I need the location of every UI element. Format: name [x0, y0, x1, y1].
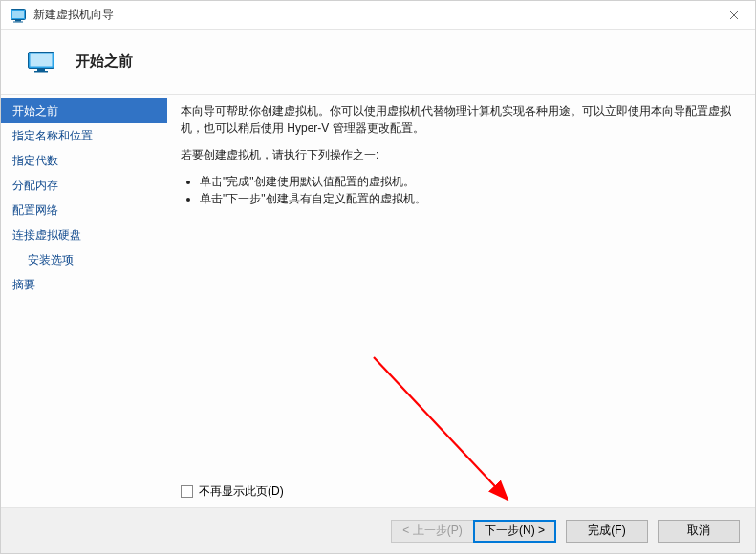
step-assign-memory[interactable]: 分配内存 [1, 173, 167, 198]
instruction-list: 单击"完成"创建使用默认值配置的虚拟机。 单击"下一步"创建具有自定义配置的虚拟… [181, 173, 738, 207]
step-specify-generation[interactable]: 指定代数 [1, 148, 167, 173]
wizard-footer: < 上一步(P) 下一步(N) > 完成(F) 取消 [1, 507, 755, 553]
dont-show-checkbox[interactable] [181, 485, 193, 498]
step-sidebar: 开始之前 指定名称和位置 指定代数 分配内存 配置网络 连接虚拟硬盘 安装选项 … [1, 95, 167, 507]
instruction-paragraph: 若要创建虚拟机，请执行下列操作之一: [181, 146, 738, 163]
close-icon [729, 8, 739, 23]
window-title: 新建虚拟机向导 [33, 7, 712, 23]
dont-show-label: 不再显示此页(D) [199, 483, 284, 500]
step-summary[interactable]: 摘要 [1, 272, 167, 297]
wizard-window: 新建虚拟机向导 开始之前 开始之前 指定名称和位置 指定代数 分配内存 配置网络 [0, 0, 756, 554]
step-before-you-begin[interactable]: 开始之前 [1, 98, 167, 123]
cancel-button[interactable]: 取消 [658, 520, 740, 543]
step-specify-name-location[interactable]: 指定名称和位置 [1, 123, 167, 148]
wizard-header: 开始之前 [1, 30, 755, 95]
svg-rect-7 [34, 71, 48, 73]
list-item: 单击"下一步"创建具有自定义配置的虚拟机。 [200, 190, 738, 207]
svg-rect-6 [37, 69, 45, 71]
wizard-content: 本向导可帮助你创建虚拟机。你可以使用虚拟机代替物理计算机实现各种用途。可以立即使… [167, 95, 755, 507]
previous-button: < 上一步(P) [391, 520, 473, 543]
finish-button[interactable]: 完成(F) [566, 520, 648, 543]
svg-rect-1 [12, 11, 24, 18]
next-button[interactable]: 下一步(N) > [473, 520, 556, 543]
monitor-icon [28, 52, 54, 73]
page-title: 开始之前 [76, 53, 133, 71]
titlebar: 新建虚拟机向导 [1, 1, 755, 30]
app-icon [11, 8, 26, 23]
svg-rect-5 [31, 53, 53, 66]
step-connect-vhd[interactable]: 连接虚拟硬盘 [1, 223, 167, 247]
svg-rect-2 [15, 20, 21, 22]
close-button[interactable] [712, 1, 755, 30]
prev-next-group: < 上一步(P) 下一步(N) > [391, 520, 556, 543]
dont-show-row: 不再显示此页(D) [181, 483, 284, 500]
svg-rect-3 [13, 21, 23, 22]
step-configure-networking[interactable]: 配置网络 [1, 198, 167, 223]
step-installation-options[interactable]: 安装选项 [1, 247, 167, 272]
wizard-body: 开始之前 指定名称和位置 指定代数 分配内存 配置网络 连接虚拟硬盘 安装选项 … [1, 95, 755, 507]
intro-paragraph: 本向导可帮助你创建虚拟机。你可以使用虚拟机代替物理计算机实现各种用途。可以立即使… [181, 102, 738, 137]
list-item: 单击"完成"创建使用默认值配置的虚拟机。 [200, 173, 738, 190]
